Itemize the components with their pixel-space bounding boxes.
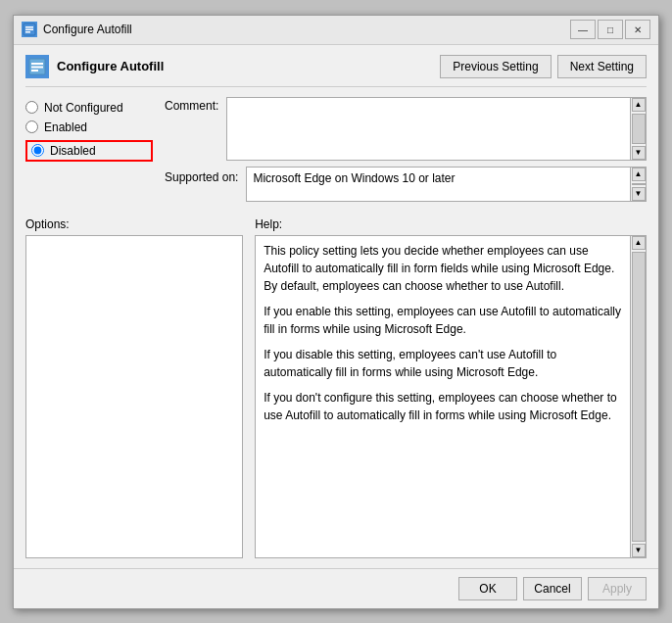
options-label: Options: (25, 217, 243, 231)
title-bar-title: Configure Autofill (43, 23, 132, 36)
next-setting-button[interactable]: Next Setting (557, 55, 647, 78)
footer-row: OK Cancel Apply (14, 568, 658, 608)
not-configured-label[interactable]: Not Configured (44, 101, 123, 115)
header-buttons: Previous Setting Next Setting (440, 55, 647, 78)
options-section: Options: (25, 217, 243, 558)
supported-scrollbar[interactable]: ▲ ▼ (630, 168, 646, 201)
svg-rect-6 (31, 66, 43, 68)
help-scroll-down[interactable]: ▼ (632, 544, 646, 557)
svg-rect-3 (25, 31, 30, 33)
svg-rect-2 (25, 29, 33, 31)
header-title: Configure Autofill (25, 55, 164, 78)
options-help-row: Options: Help: This policy setting lets … (25, 217, 647, 558)
disabled-option-box: Disabled (25, 140, 153, 162)
radio-panel: Not Configured Enabled Disabled (25, 97, 153, 202)
help-scroll-up[interactable]: ▲ (632, 236, 646, 250)
supported-scroll-down[interactable]: ▼ (632, 187, 646, 201)
window-icon (22, 22, 37, 37)
svg-rect-1 (25, 26, 33, 28)
not-configured-option: Not Configured (25, 101, 153, 115)
help-scrollbar[interactable]: ▲ ▼ (630, 236, 646, 557)
help-text: This policy setting lets you decide whet… (256, 236, 630, 557)
maximize-button[interactable]: □ (598, 20, 623, 39)
top-section: Not Configured Enabled Disabled (25, 97, 647, 202)
scroll-up-arrow[interactable]: ▲ (632, 98, 646, 112)
dialog-title: Configure Autofill (57, 59, 164, 73)
minimize-button[interactable]: — (570, 20, 596, 39)
not-configured-radio[interactable] (25, 101, 38, 114)
svg-rect-5 (31, 63, 43, 65)
configure-autofill-window: Configure Autofill — □ ✕ Configure Autof (13, 15, 659, 609)
supported-value-box: Microsoft Edge on Windows 10 or later ▲ … (246, 167, 647, 202)
title-bar-left: Configure Autofill (22, 22, 132, 37)
content-area: Configure Autofill Previous Setting Next… (14, 45, 658, 568)
header-row: Configure Autofill Previous Setting Next… (25, 55, 647, 87)
help-paragraph-4: If you don't configure this setting, emp… (264, 389, 622, 424)
comment-box: ▲ ▼ (226, 97, 647, 161)
previous-setting-button[interactable]: Previous Setting (440, 55, 551, 78)
options-box (25, 235, 243, 558)
help-paragraph-1: This policy setting lets you decide whet… (264, 242, 622, 295)
supported-value: Microsoft Edge on Windows 10 or later (247, 168, 630, 201)
comment-scrollbar[interactable]: ▲ ▼ (630, 98, 646, 160)
enabled-radio[interactable] (25, 120, 38, 133)
ok-button[interactable]: OK (458, 577, 517, 600)
help-box: This policy setting lets you decide whet… (255, 235, 647, 558)
header-icon (25, 55, 49, 78)
comment-panel: Comment: ▲ ▼ (165, 97, 647, 202)
scroll-down-arrow[interactable]: ▼ (632, 146, 646, 160)
comment-section: Comment: ▲ ▼ (165, 97, 647, 161)
close-button[interactable]: ✕ (625, 20, 650, 39)
help-paragraph-3: If you disable this setting, employees c… (264, 346, 622, 381)
supported-scroll-thumb[interactable] (632, 183, 646, 185)
help-paragraph-2: If you enable this setting, employees ca… (264, 303, 622, 338)
help-scroll-thumb[interactable] (632, 252, 646, 542)
scroll-thumb[interactable] (632, 114, 646, 144)
supported-label: Supported on: (165, 170, 238, 184)
supported-section: Supported on: Microsoft Edge on Windows … (165, 167, 647, 202)
title-bar: Configure Autofill — □ ✕ (14, 16, 658, 45)
enabled-label[interactable]: Enabled (44, 120, 87, 134)
comment-label: Comment: (165, 99, 218, 161)
cancel-button[interactable]: Cancel (523, 577, 582, 600)
apply-button[interactable]: Apply (588, 577, 647, 600)
comment-textarea[interactable] (227, 98, 630, 160)
title-bar-controls: — □ ✕ (570, 20, 650, 39)
radio-group: Not Configured Enabled Disabled (25, 101, 153, 162)
disabled-radio[interactable] (31, 144, 44, 157)
main-body: Not Configured Enabled Disabled (25, 97, 647, 558)
help-label: Help: (255, 217, 647, 231)
enabled-option: Enabled (25, 120, 153, 134)
help-section: Help: This policy setting lets you decid… (255, 217, 647, 558)
supported-scroll-up[interactable]: ▲ (632, 168, 646, 181)
svg-rect-7 (31, 70, 38, 72)
disabled-label[interactable]: Disabled (50, 144, 96, 158)
